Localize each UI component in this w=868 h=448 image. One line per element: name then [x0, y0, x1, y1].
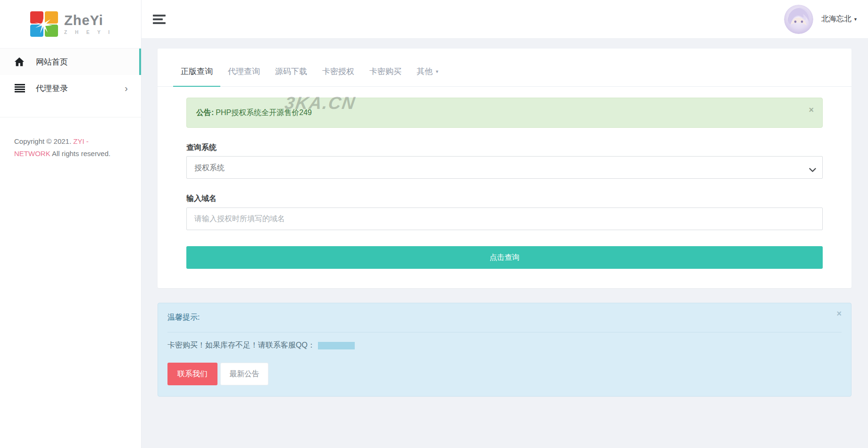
avatar[interactable] — [784, 5, 813, 34]
panel-actions: 联系我们 最新公告 — [167, 363, 842, 385]
query-card-body: 公告:PHP授权系统全开源售价249 3KA.CN × 查询系统 授权系统 输入… — [158, 87, 851, 288]
tab-card-purchase[interactable]: 卡密购买 — [362, 59, 409, 87]
tips-panel-title: 温馨提示: — [167, 313, 842, 324]
tips-panel-body: 卡密购买！如果库存不足！请联系客服QQ： — [167, 340, 842, 350]
tab-card-authorize[interactable]: 卡密授权 — [315, 59, 362, 87]
username-label: 北海忘北 — [821, 14, 851, 24]
domain-input[interactable] — [186, 207, 823, 230]
brand-title: ZheYi — [64, 14, 113, 27]
caret-down-icon: ▼ — [853, 17, 858, 22]
announcement-alert: 公告:PHP授权系统全开源售价249 3KA.CN × — [186, 98, 823, 128]
brand-text: ZheYi Z H E Y I — [64, 14, 113, 35]
brand-logo-icon — [30, 11, 59, 37]
sidebar-item-label: 网站首页 — [36, 57, 68, 67]
query-submit-button[interactable]: 点击查询 — [186, 246, 823, 269]
system-select-wrap: 授权系统 — [186, 156, 823, 179]
close-icon[interactable]: × — [809, 106, 814, 114]
latest-news-button[interactable]: 最新公告 — [220, 363, 268, 385]
tab-agent-query[interactable]: 代理查询 — [220, 59, 267, 87]
sidebar-item-home[interactable]: 网站首页 — [0, 49, 141, 75]
tab-other[interactable]: 其他▼ — [409, 59, 447, 87]
query-card: 正版查询 代理查询 源码下载 卡密授权 卡密购买 其他▼ 公告:PHP授权系统全… — [158, 49, 851, 288]
sidebar: ZheYi Z H E Y I 网站首页 代理登录 › — [0, 0, 142, 448]
main-content: 正版查询 代理查询 源码下载 卡密授权 卡密购买 其他▼ 公告:PHP授权系统全… — [142, 39, 868, 448]
announcement-prefix: 公告: — [196, 108, 214, 116]
user-menu[interactable]: 北海忘北 ▼ — [784, 5, 858, 34]
tab-bar: 正版查询 代理查询 源码下载 卡密授权 卡密购买 其他▼ — [158, 49, 851, 87]
sidebar-item-agent-login[interactable]: 代理登录 › — [0, 75, 141, 101]
brand-logo[interactable]: ZheYi Z H E Y I — [0, 0, 141, 49]
system-select-label: 查询系统 — [186, 143, 823, 153]
sidebar-menu: 网站首页 代理登录 › — [0, 49, 141, 117]
tips-text: 卡密购买！如果库存不足！请联系客服QQ： — [167, 340, 315, 350]
panel-divider — [167, 332, 842, 332]
copyright-prefix: Copyright © 2021. — [14, 137, 73, 145]
list-icon — [14, 83, 25, 94]
tab-other-label: 其他 — [417, 67, 433, 76]
system-select[interactable]: 授权系统 — [186, 156, 823, 179]
menu-toggle-icon[interactable] — [150, 10, 168, 29]
qq-redacted-box — [318, 342, 355, 349]
chevron-right-icon: › — [125, 83, 128, 93]
tips-panel: 温馨提示: × 卡密购买！如果库存不足！请联系客服QQ： 联系我们 最新公告 — [158, 303, 851, 397]
top-navbar: 北海忘北 ▼ — [142, 0, 868, 39]
tab-source-download[interactable]: 源码下载 — [267, 59, 315, 87]
contact-us-button[interactable]: 联系我们 — [167, 363, 217, 385]
close-icon[interactable]: × — [836, 309, 842, 318]
home-icon — [14, 56, 25, 67]
tab-genuine-query[interactable]: 正版查询 — [173, 59, 220, 87]
copyright-suffix: All rights reserved. — [50, 149, 111, 158]
sidebar-item-label: 代理登录 — [36, 83, 68, 94]
caret-down-icon: ▼ — [435, 69, 439, 74]
copyright-text: Copyright © 2021. ZYI - NETWORK All righ… — [0, 117, 141, 160]
brand-subtitle: Z H E Y I — [64, 30, 113, 35]
domain-input-label: 输入域名 — [186, 194, 823, 204]
announcement-text: PHP授权系统全开源售价249 — [216, 108, 312, 116]
